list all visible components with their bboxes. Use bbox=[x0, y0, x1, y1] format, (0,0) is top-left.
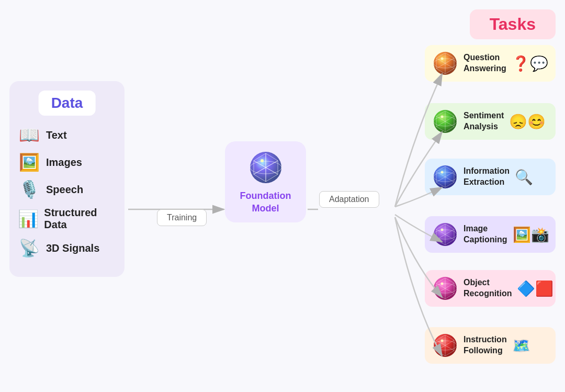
task-label-5: InstructionFollowing bbox=[464, 334, 507, 356]
task-emoji-icon-5: 🗺️ bbox=[512, 337, 530, 354]
svg-point-50 bbox=[441, 283, 444, 285]
svg-point-57 bbox=[441, 340, 444, 342]
foundation-model-title: FoundationModel bbox=[240, 190, 291, 215]
task-label-1: SentimentAnalysis bbox=[464, 110, 504, 132]
data-item-structured-data: 📊 Structured Data bbox=[18, 207, 116, 231]
task-card-instruction: InstructionFollowing 🗺️ bbox=[425, 327, 556, 364]
task-emoji-icon-1: 😞😊 bbox=[509, 113, 546, 130]
data-label-4: 3D Signals bbox=[46, 242, 99, 254]
data-title-box: Data bbox=[39, 91, 96, 116]
data-item-images: 🖼️ Images bbox=[18, 152, 116, 172]
task-sphere-icon-2 bbox=[432, 164, 458, 190]
task-emoji-icon-2: 🔍 bbox=[515, 169, 533, 186]
data-label-2: Speech bbox=[46, 184, 83, 196]
data-item-3d-signals: 📡 3D Signals bbox=[18, 238, 116, 258]
data-icon-4: 📡 bbox=[18, 238, 41, 258]
svg-point-43 bbox=[441, 229, 444, 231]
tasks-title-box: Tasks bbox=[470, 9, 556, 39]
task-sphere-icon-1 bbox=[432, 108, 458, 135]
data-label-0: Text bbox=[46, 129, 67, 141]
svg-point-29 bbox=[441, 116, 444, 118]
task-card-information: InformationExtraction 🔍 bbox=[425, 159, 556, 195]
training-label: Training bbox=[157, 209, 207, 226]
task-emoji-icon-0: ❓💬 bbox=[512, 55, 548, 72]
data-icon-2: 🎙️ bbox=[18, 180, 41, 199]
task-card-image: ImageCaptioning 🖼️📸 bbox=[425, 216, 556, 253]
svg-point-22 bbox=[441, 58, 444, 60]
data-icon-1: 🖼️ bbox=[18, 152, 41, 172]
data-item-text: 📖 Text bbox=[18, 125, 116, 145]
task-label-0: QuestionAnswering bbox=[464, 52, 506, 74]
tasks-title: Tasks bbox=[490, 15, 536, 33]
task-emoji-icon-4: 🔷🟥 bbox=[517, 280, 553, 297]
data-icon-3: 📊 bbox=[18, 209, 39, 229]
data-label-1: Images bbox=[46, 156, 82, 169]
data-title: Data bbox=[51, 95, 83, 111]
task-label-3: ImageCaptioning bbox=[464, 223, 507, 245]
task-sphere-icon-0 bbox=[432, 50, 458, 76]
data-label-3: Structured Data bbox=[44, 207, 116, 231]
task-emoji-icon-3: 🖼️📸 bbox=[513, 226, 549, 243]
foundation-model-box: FoundationModel bbox=[225, 141, 306, 222]
data-panel: Data 📖 Text 🖼️ Images 🎙️ Speech 📊 Struct… bbox=[9, 81, 125, 277]
task-card-object: ObjectRecognition 🔷🟥 bbox=[425, 270, 556, 307]
task-label-2: InformationExtraction bbox=[464, 166, 510, 188]
task-sphere-icon-5 bbox=[432, 332, 458, 359]
adaptation-label: Adaptation bbox=[319, 191, 379, 208]
task-sphere-icon-4 bbox=[432, 275, 458, 301]
task-card-question: QuestionAnswering ❓💬 bbox=[425, 45, 556, 82]
task-sphere-icon-3 bbox=[432, 221, 458, 248]
task-card-sentiment: SentimentAnalysis 😞😊 bbox=[425, 103, 556, 140]
svg-point-15 bbox=[261, 159, 264, 162]
data-item-speech: 🎙️ Speech bbox=[18, 180, 116, 199]
data-icon-0: 📖 bbox=[18, 125, 41, 145]
task-label-4: ObjectRecognition bbox=[464, 277, 512, 299]
foundation-sphere-icon bbox=[247, 149, 284, 186]
svg-point-36 bbox=[441, 171, 444, 174]
